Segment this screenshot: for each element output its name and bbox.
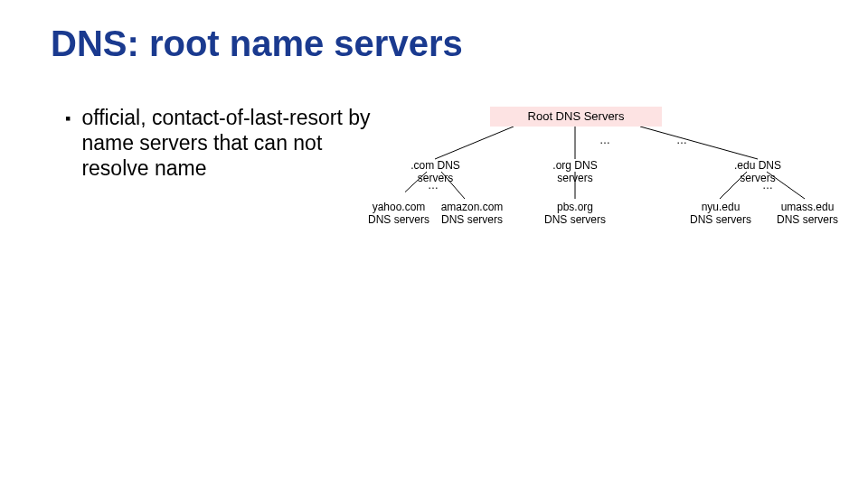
leaf-amazon-l2: DNS servers: [441, 213, 503, 226]
leaf-umass-l2: DNS servers: [777, 213, 838, 226]
leaf-nyu-l2: DNS servers: [690, 213, 751, 226]
bullet-block: ▪ official, contact-of-last-resort by na…: [65, 105, 391, 181]
leaf-pbs-l2: DNS servers: [544, 213, 606, 226]
slide-title: DNS: root name servers: [51, 23, 463, 64]
leaf-nyu-l1: nyu.edu: [702, 201, 741, 213]
leaf-yahoo-l1: yahoo.com: [373, 201, 426, 213]
leaf-amazon-l1: amazon.com: [441, 201, 504, 213]
bullet-item: ▪ official, contact-of-last-resort by na…: [65, 105, 391, 181]
tld-org: .org DNS servers: [533, 159, 617, 184]
leaf-nyu: nyu.edu DNS servers: [689, 201, 752, 226]
leaf-yahoo: yahoo.com DNS servers: [367, 201, 430, 226]
ellipsis-com: …: [428, 179, 439, 192]
ellipsis-edu: …: [762, 179, 773, 192]
ellipsis-root-1: …: [599, 134, 610, 146]
leaf-umass: umass.edu DNS servers: [774, 201, 841, 226]
leaf-umass-l1: umass.edu: [781, 201, 835, 213]
svg-line-0: [435, 127, 514, 159]
leaf-pbs-l1: pbs.org: [557, 201, 593, 213]
root-node: Root DNS Servers: [490, 107, 662, 127]
tld-edu: .edu DNS servers: [716, 159, 799, 184]
ellipsis-root-2: …: [676, 134, 687, 146]
bullet-text: official, contact-of-last-resort by name…: [81, 105, 391, 181]
bullet-marker: ▪: [65, 105, 71, 132]
dns-tree-diagram: Root DNS Servers … … .com DNS servers .o…: [405, 98, 857, 278]
leaf-pbs: pbs.org DNS servers: [542, 201, 608, 226]
leaf-yahoo-l2: DNS servers: [368, 213, 429, 226]
svg-line-2: [640, 127, 758, 159]
leaf-amazon: amazon.com DNS servers: [436, 201, 508, 226]
